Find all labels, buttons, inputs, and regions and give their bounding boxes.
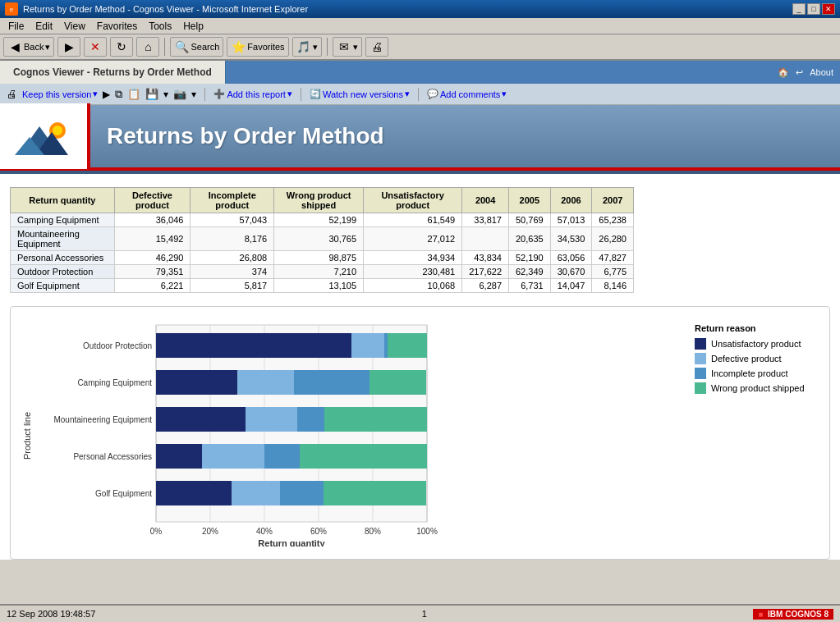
table-cell: 217,622: [462, 265, 509, 279]
report-header: Returns by Order Method: [0, 105, 840, 171]
print-report-icon: 🖨: [7, 88, 17, 100]
about-button[interactable]: About: [810, 67, 833, 77]
svg-rect-29: [156, 481, 232, 505]
minimize-button[interactable]: _: [792, 3, 806, 15]
legend-item-incomplete: Incomplete product: [695, 368, 813, 379]
legend-color-incomplete: [695, 368, 706, 379]
table-cell: 50,769: [509, 213, 551, 227]
home-nav-button[interactable]: 🏠: [778, 67, 789, 78]
svg-text:Golf Equipment: Golf Equipment: [95, 489, 152, 498]
refresh-icon: ↻: [114, 39, 129, 54]
logo-svg: [15, 114, 72, 159]
table-cell: 47,827: [592, 251, 634, 265]
table-cell: 33,817: [462, 213, 509, 227]
chart-container: Product line: [10, 306, 830, 560]
svg-rect-32: [324, 481, 426, 505]
col-header-return-quantity: Return quantity: [11, 188, 115, 213]
menu-file[interactable]: File: [3, 20, 29, 33]
toolbar-separator-2: [327, 38, 328, 56]
back-nav-icon: ↩: [796, 67, 803, 78]
svg-text:Return quantity: Return quantity: [258, 538, 325, 547]
media-button[interactable]: 🎵 ▾: [292, 37, 322, 57]
table-cell: 46,290: [114, 251, 190, 265]
report-toolbar-sep3: [418, 88, 419, 101]
status-bar: 12 Sep 2008 19:48:57 1 ■ IBM COGNOS 8: [0, 604, 840, 622]
back-button[interactable]: ◀ Back ▾: [3, 37, 54, 57]
menu-view[interactable]: View: [59, 20, 90, 33]
menu-bar: File Edit View Favorites Tools Help: [0, 18, 840, 34]
back-nav-button[interactable]: ↩: [796, 67, 803, 78]
search-button[interactable]: 🔍 Search: [170, 37, 223, 57]
table-cell: Golf Equipment: [11, 279, 115, 293]
stop-button[interactable]: ✕: [84, 37, 107, 57]
svg-rect-28: [300, 444, 427, 469]
svg-rect-20: [370, 370, 426, 395]
table-cell: 57,013: [550, 213, 592, 227]
add-report-button[interactable]: ➕ Add this report ▾: [213, 89, 292, 99]
table-cell: 13,105: [274, 279, 364, 293]
chart-legend: Return reason Unsatisfactory product Def…: [688, 317, 819, 549]
menu-edit[interactable]: Edit: [30, 20, 57, 33]
legend-item-defective: Defective product: [695, 353, 813, 364]
col-header-2005: 2005: [509, 188, 551, 213]
legend-item-unsatisfactory: Unsatisfactory product: [695, 338, 813, 350]
data-table-container: Return quantity Defective product Incomp…: [0, 181, 840, 300]
browser-toolbar: ◀ Back ▾ ▶ ✕ ↻ ⌂ 🔍 Search ⭐ Favorites 🎵 …: [0, 34, 840, 61]
svg-text:Product line: Product line: [22, 412, 32, 460]
svg-rect-27: [264, 444, 300, 469]
svg-point-1: [53, 126, 62, 135]
status-datetime: 12 Sep 2008 19:48:57: [7, 609, 95, 619]
home-button[interactable]: ⌂: [136, 37, 159, 57]
toolbar-icon-paste: 📋: [127, 88, 140, 100]
forward-button[interactable]: ▶: [57, 37, 80, 57]
favorites-button[interactable]: ⭐ Favorites: [227, 37, 288, 57]
keep-version-button[interactable]: Keep this version ▾: [22, 89, 98, 99]
window-title: Returns by Order Method - Cognos Viewer …: [23, 4, 308, 14]
svg-rect-17: [156, 370, 237, 395]
svg-rect-16: [388, 333, 427, 358]
table-cell: 14,047: [550, 279, 592, 293]
toolbar-icon-copy: ⧉: [115, 88, 122, 101]
table-cell: 6,731: [509, 279, 551, 293]
svg-rect-19: [294, 370, 370, 395]
add-comments-button[interactable]: 💬 Add comments ▾: [427, 89, 507, 99]
mail-button[interactable]: ✉ ▾: [333, 37, 362, 57]
menu-help[interactable]: Help: [178, 20, 209, 33]
close-button[interactable]: ✕: [822, 3, 835, 15]
table-cell: 57,043: [190, 213, 274, 227]
back-icon: ◀: [7, 39, 22, 54]
print-button[interactable]: 🖨: [365, 37, 388, 57]
watch-versions-button[interactable]: 🔄 Watch new versions ▾: [310, 89, 410, 99]
maximize-button[interactable]: □: [807, 3, 820, 15]
table-cell: 6,287: [462, 279, 509, 293]
legend-color-unsatisfactory: [695, 338, 706, 350]
chart-area: Product line: [21, 317, 675, 549]
stop-icon: ✕: [88, 39, 103, 54]
svg-text:100%: 100%: [416, 527, 438, 536]
legend-color-defective: [695, 353, 706, 364]
current-tab[interactable]: Cognos Viewer - Returns by Order Method: [0, 61, 226, 84]
table-cell: Outdoor Protection: [11, 265, 115, 279]
menu-tools[interactable]: Tools: [144, 20, 177, 33]
menu-favorites[interactable]: Favorites: [92, 20, 142, 33]
table-cell: 34,530: [550, 227, 592, 251]
table-cell: Camping Equipment: [11, 213, 115, 227]
report-toolbar-sep: [204, 88, 205, 101]
table-cell: 6,221: [114, 279, 190, 293]
svg-text:60%: 60%: [310, 527, 327, 536]
nav-arrow-icon: ▶: [103, 89, 110, 100]
window-controls[interactable]: _ □ ✕: [792, 3, 835, 15]
svg-rect-13: [156, 333, 351, 358]
refresh-button[interactable]: ↻: [110, 37, 133, 57]
title-bar: e Returns by Order Method - Cognos Viewe…: [0, 0, 840, 18]
table-row: Golf Equipment6,2215,81713,10510,0686,28…: [11, 279, 634, 293]
report-toolbar: 🖨 Keep this version ▾ ▶ ⧉ 📋 💾 ▾ 📷 ▾ ➕ Ad…: [0, 84, 840, 105]
col-header-unsatisfactory: Unsatisfactory product: [364, 188, 462, 213]
col-header-2004: 2004: [462, 188, 509, 213]
table-cell: Personal Accessories: [11, 251, 115, 265]
table-cell: 8,146: [592, 279, 634, 293]
table-row: Mountaineering Equipment15,4928,17630,76…: [11, 227, 634, 251]
table-cell: 62,349: [509, 265, 551, 279]
forward-icon: ▶: [62, 39, 76, 54]
table-cell: 10,068: [364, 279, 462, 293]
